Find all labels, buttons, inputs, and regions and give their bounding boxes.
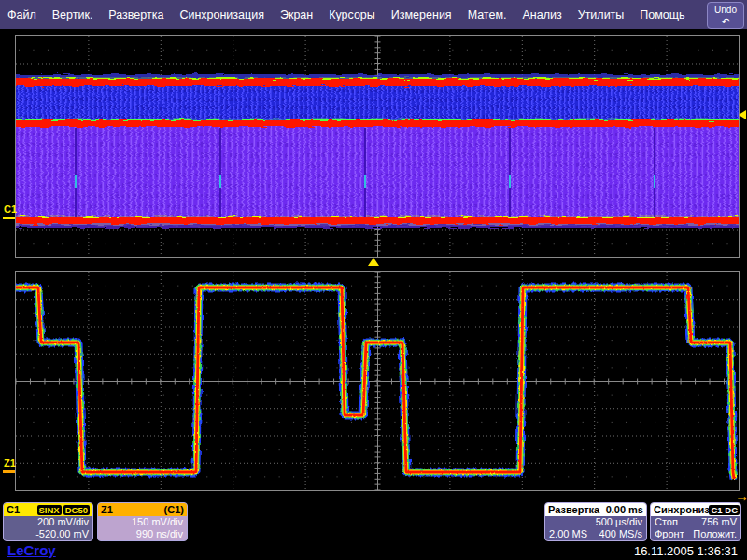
z1-name: Z1 xyxy=(101,504,113,515)
c1-offset-indicator[interactable] xyxy=(3,217,15,219)
timebase-samples: 2.00 MS xyxy=(549,528,587,540)
menu-analysis[interactable]: Анализ xyxy=(522,8,561,21)
trigger-slope-label: Фронт xyxy=(655,528,684,540)
timebase-per-div: 500 µs/div xyxy=(545,516,646,528)
undo-button[interactable]: Undo ↶ xyxy=(707,2,744,29)
z1-offset-indicator[interactable] xyxy=(3,470,15,473)
menu-measure[interactable]: Измерения xyxy=(391,8,452,21)
c1-descriptor-box[interactable]: C1 SINX DC50 200 mV/div -520.00 mV xyxy=(3,502,93,541)
timebase-rate: 400 MS/s xyxy=(599,528,642,540)
undo-arrow-icon: ↶ xyxy=(708,16,743,27)
menu-file[interactable]: Файл xyxy=(7,8,36,21)
c1-offset: -520.00 mV xyxy=(4,528,92,540)
c1-channel-label: C1 xyxy=(4,203,17,215)
trigger-source-badge: C1 DC xyxy=(709,505,740,515)
trigger-mode-label: Стоп xyxy=(655,516,678,528)
trigger-time-arrow-icon[interactable] xyxy=(368,258,379,266)
menu-bar: Файл Вертик. Развертка Синхронизация Экр… xyxy=(0,0,747,29)
trigger-level-arrow-icon[interactable] xyxy=(739,110,746,119)
trigger-level-value: 756 mV xyxy=(701,516,737,528)
timebase-descriptor-box[interactable]: Развертка 0.00 ms 500 µs/div 2.00 MS 400… xyxy=(544,502,647,541)
menu-list: Файл Вертик. Развертка Синхронизация Экр… xyxy=(0,0,747,29)
zoom-canvas xyxy=(16,272,739,490)
menu-timebase[interactable]: Развертка xyxy=(108,8,163,21)
c1-scale: 200 mV/div xyxy=(4,516,92,528)
c1-coupling-badge-dc50: DC50 xyxy=(63,505,90,515)
z1-source: (C1) xyxy=(164,504,184,515)
c1-name: C1 xyxy=(7,504,20,515)
menu-help[interactable]: Помощь xyxy=(640,8,684,21)
z1-descriptor-box[interactable]: Z1 (C1) 150 mV/div 990 ns/div xyxy=(97,502,188,541)
menu-trigger[interactable]: Синхронизация xyxy=(179,8,264,21)
persistence-canvas xyxy=(16,36,739,257)
timebase-delay: 0.00 ms xyxy=(606,504,643,515)
menu-display[interactable]: Экран xyxy=(280,8,313,21)
menu-utilities[interactable]: Утилиты xyxy=(578,8,625,21)
trigger-label: Синхрониза xyxy=(654,504,709,515)
menu-math[interactable]: Матем. xyxy=(468,8,507,21)
menu-cursors[interactable]: Курсоры xyxy=(329,8,375,21)
datetime-display: 16.11.2005 1:36:31 xyxy=(634,544,738,558)
trigger-descriptor-box[interactable]: Синхрониза C1 DC Стоп 756 mV Фронт Полож… xyxy=(650,502,741,541)
persistence-display[interactable] xyxy=(15,35,740,258)
trigger-slope-value: Положит. xyxy=(693,528,737,540)
timebase-label: Развертка xyxy=(548,504,599,515)
menu-vertical[interactable]: Вертик. xyxy=(52,8,93,21)
z1-timebase: 990 ns/div xyxy=(98,528,187,540)
lecroy-logo: LeCroy xyxy=(7,542,56,558)
zoom-display[interactable] xyxy=(15,271,740,491)
z1-channel-label: Z1 xyxy=(4,457,16,469)
z1-scale: 150 mV/div xyxy=(98,516,187,528)
oscilloscope-screen: Файл Вертик. Развертка Синхронизация Экр… xyxy=(0,0,747,560)
undo-label: Undo xyxy=(714,5,737,15)
c1-coupling-badge-sinx: SINX xyxy=(37,505,62,515)
